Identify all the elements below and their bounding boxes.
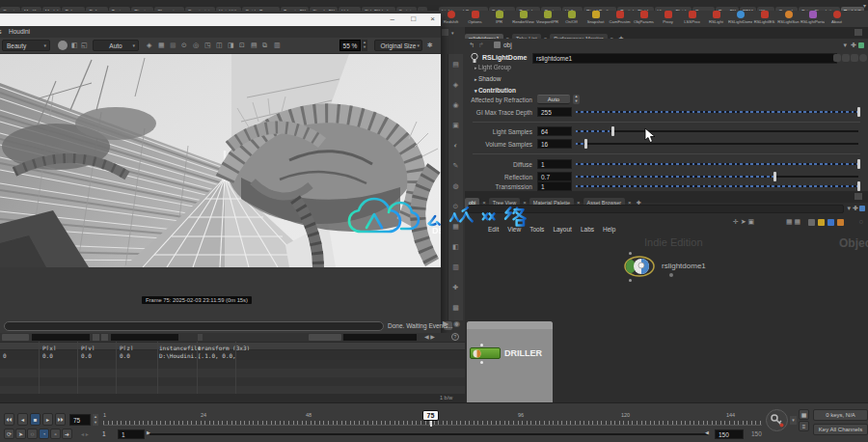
reflection-field[interactable]: 0.7 <box>537 172 572 181</box>
nav-icons[interactable]: ◀ ▶ <box>424 333 435 340</box>
zoom-stepper[interactable]: ▲▼ <box>362 40 367 51</box>
target-icon[interactable]: ◎ <box>193 41 199 49</box>
pin-icon[interactable] <box>859 206 865 211</box>
stepper-icon[interactable]: ▲▼ <box>573 95 580 104</box>
minimize-icon[interactable]: – <box>391 14 394 23</box>
volume-samples-field[interactable]: 16 <box>537 139 572 149</box>
jump-start-button[interactable]: ⏴⏴ <box>4 413 14 426</box>
frame-stepper[interactable]: ▲▼ <box>93 414 98 426</box>
play-end-field[interactable]: 150 <box>715 429 744 439</box>
shelf-tool[interactable]: RSLightIES <box>752 11 776 27</box>
btn-icon[interactable] <box>101 334 108 341</box>
snapshot-icon[interactable] <box>58 41 68 50</box>
section-light-group[interactable]: ▸ Light Group <box>475 64 511 70</box>
chevron-down-icon[interactable]: ▾ <box>847 205 851 212</box>
search-icon[interactable]: ◌ <box>859 218 863 225</box>
range-end-handle[interactable]: ◀ <box>705 429 709 435</box>
shelf-tool[interactable]: Redshift <box>439 11 463 27</box>
table-row[interactable]: 0 0.0 0.0 0.0 D:\Houdini... [ 1.0, 0.0, <box>0 350 465 360</box>
range-arrows-icon[interactable]: ◂ ▸ <box>81 430 89 437</box>
shelf-tool[interactable]: LSSProx <box>680 11 704 27</box>
range-start-handle[interactable]: ▶ <box>147 429 150 435</box>
shelf-overflow-icon[interactable]: ▾ <box>863 2 866 9</box>
lock-icon[interactable]: ◈ <box>147 41 151 49</box>
edit-icon[interactable] <box>842 54 850 62</box>
step-icon[interactable]: ➜ <box>62 428 72 439</box>
node-rslightdome1[interactable]: rslightdome1 <box>623 256 658 277</box>
zoom-field[interactable]: 55 % <box>339 40 361 51</box>
gear-icon[interactable] <box>833 54 841 62</box>
loop-icon[interactable]: ⟳ <box>4 428 14 439</box>
keys-info-button[interactable]: 0 keys, N/A channels <box>813 409 868 421</box>
spreadsheet-scroll-strip[interactable]: 1 b/w <box>0 394 465 402</box>
btn-icon[interactable] <box>93 334 99 341</box>
node-output-dot[interactable] <box>480 361 483 364</box>
menu-houdini[interactable]: Houdini <box>9 28 30 35</box>
reflection-slider[interactable] <box>576 172 861 181</box>
play-icon[interactable]: ▶ <box>443 319 448 328</box>
grid-icon[interactable]: ▦ <box>158 41 165 49</box>
add-icon[interactable]: ✚ <box>853 205 858 212</box>
section-shadow[interactable]: ▸ Shadow <box>475 75 501 82</box>
prev-frame-button[interactable]: ◂ <box>17 413 28 426</box>
node-path-field[interactable] <box>111 334 178 341</box>
fps-icon[interactable]: ▫ <box>50 428 61 439</box>
shelf-tool[interactable]: ViewportIPR <box>535 11 559 27</box>
node-input-dot[interactable] <box>480 344 483 346</box>
pane-icon[interactable] <box>442 29 448 36</box>
shelf-tool[interactable]: RSLightPortal <box>800 11 825 27</box>
shelf-tool[interactable]: ObjParams <box>632 11 656 27</box>
shelf-tool[interactable]: RSLight <box>704 11 728 27</box>
maximize-icon[interactable]: □ <box>411 14 416 23</box>
timeline-ruler[interactable]: 1 24 48 96 120 144 75 <box>103 412 762 427</box>
shelf-tool[interactable]: On/Off <box>559 11 583 27</box>
fit-icon[interactable]: ⊡ <box>239 41 245 49</box>
back-icon[interactable]: ↰ <box>469 41 475 49</box>
diffuse-slider[interactable] <box>576 159 861 169</box>
filter-dropdown[interactable] <box>309 334 341 341</box>
pointer-icon[interactable]: ➤ <box>15 428 26 439</box>
shelf-tool[interactable]: CamFrustm <box>608 11 632 27</box>
gear-icon[interactable]: ✱ <box>427 41 433 49</box>
range-slider[interactable] <box>149 433 709 435</box>
section-contribution[interactable]: ▾ Contribution <box>475 87 516 94</box>
playhead[interactable]: 75 <box>422 410 439 421</box>
search-icon[interactable] <box>851 54 858 62</box>
flag-blue-icon[interactable] <box>827 219 834 226</box>
pan-icon[interactable]: ◫ <box>216 41 223 49</box>
save-icon[interactable]: ▤ <box>251 41 258 49</box>
pane-menu-icon[interactable] <box>854 193 862 200</box>
path-field[interactable] <box>32 334 90 341</box>
gi-max-trace-depth-slider[interactable] <box>576 107 861 117</box>
help-icon[interactable]: ? <box>451 333 459 341</box>
snapshot-mode-dropdown[interactable]: Auto▾ <box>93 40 139 51</box>
realtime-icon[interactable]: ◔ <box>39 428 49 439</box>
renderview-titlebar[interactable]: – □ × <box>0 14 441 26</box>
forward-icon[interactable]: ↱ <box>478 41 484 49</box>
shelf-tool[interactable]: RSLightDome <box>728 11 752 27</box>
key-all-channels-button[interactable]: Key All Channels <box>813 424 868 435</box>
menu-options[interactable]: Options <box>0 28 1 35</box>
toolbar-icons[interactable]: ✛ ➤ ▣ <box>733 218 754 226</box>
filter-field[interactable] <box>343 334 417 341</box>
jump-end-button[interactable]: ⏵⏵ <box>55 413 66 426</box>
scope-icon[interactable]: ▦ <box>799 409 809 420</box>
zoom-icon[interactable]: ◌ <box>27 428 38 439</box>
node-output-dot[interactable] <box>629 279 632 282</box>
chevron-down-icon[interactable]: ▾ <box>451 30 454 36</box>
crop-icon[interactable]: ◱ <box>81 41 88 49</box>
play-start-field[interactable]: 1 <box>118 429 145 439</box>
autokey-menu-icon[interactable]: ▾ <box>790 416 797 425</box>
swap-icon[interactable]: ◨ <box>228 41 234 49</box>
autokey-button[interactable] <box>766 409 788 431</box>
network-box-driller[interactable]: DRILLER <box>467 321 553 402</box>
add-icon[interactable]: ✚ <box>851 41 856 49</box>
node-input-dot[interactable] <box>629 252 632 255</box>
ghost-icon[interactable]: ▩ <box>170 41 176 49</box>
shelf-tool[interactable]: RSLightSun <box>776 11 800 27</box>
node-driller[interactable] <box>470 347 501 359</box>
current-frame-field[interactable]: 75 <box>69 414 91 426</box>
volume-samples-slider[interactable] <box>576 139 861 149</box>
layers-icon[interactable]: ▥ <box>274 41 281 49</box>
shelf-tool[interactable]: Proxy <box>656 11 680 27</box>
